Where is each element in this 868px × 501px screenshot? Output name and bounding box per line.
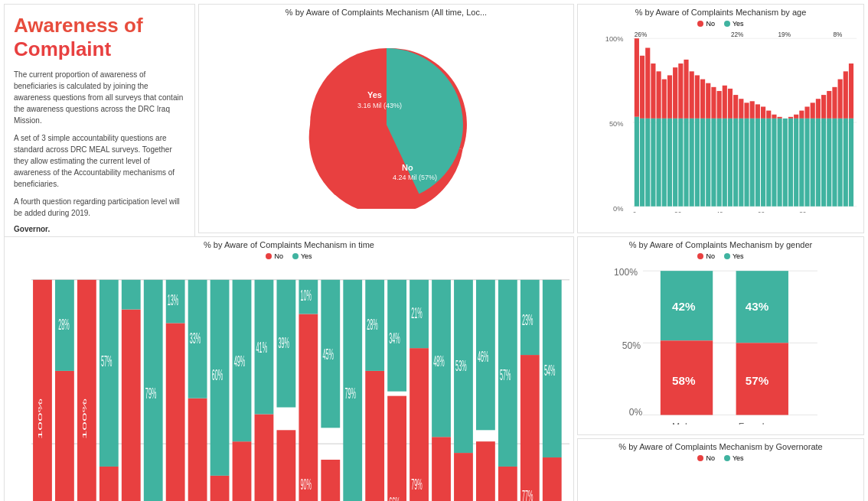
svg-text:46%: 46% [478,347,489,365]
time-chart-svg: 100% 50% 0% 100% 28% 72% [31,262,569,501]
svg-text:0%: 0% [629,407,643,418]
svg-rect-45 [728,119,733,207]
svg-text:33%: 33% [190,329,201,346]
gender-legend-yes: Yes [724,252,744,260]
svg-rect-188 [520,355,540,501]
description-paragraph-1: The current proportion of awareness of b… [14,69,185,126]
svg-rect-184 [498,467,517,501]
svg-text:43%: 43% [746,300,769,313]
svg-rect-152 [321,460,340,501]
svg-rect-24 [673,67,677,119]
svg-rect-68 [794,115,798,119]
svg-rect-73 [804,119,809,207]
title-line1: Awareness of [14,14,143,37]
svg-text:Male: Male [672,421,693,424]
svg-text:28%: 28% [58,316,70,333]
svg-rect-160 [365,371,384,501]
svg-text:45%: 45% [322,345,334,363]
time-legend-no-dot [266,253,272,259]
gender-legend-no: No [697,252,715,260]
svg-rect-87 [844,119,848,207]
svg-text:100%: 100% [614,267,638,278]
gender-legend-no-dot [697,253,703,259]
time-legend-no: No [266,252,283,260]
svg-rect-23 [667,119,672,207]
svg-rect-89 [849,119,853,207]
svg-rect-55 [755,119,760,207]
svg-text:58%: 58% [672,374,696,387]
time-chart-legend: No Yes [5,252,573,260]
svg-rect-176 [454,453,473,501]
svg-rect-10 [635,38,639,117]
svg-rect-105 [33,280,52,501]
svg-text:60%: 60% [212,366,224,383]
svg-text:No: No [402,163,413,172]
svg-rect-83 [832,119,837,207]
svg-text:79%: 79% [344,384,356,402]
gender-chart-svg: 100% 50% 0% 42% 58% Male [601,262,860,425]
svg-rect-31 [690,119,694,207]
svg-rect-44 [728,89,733,119]
svg-text:57%: 57% [500,366,511,383]
svg-text:42%: 42% [672,300,696,313]
svg-rect-18 [657,71,661,119]
svg-text:100%: 100% [38,399,44,439]
svg-rect-140 [255,414,274,501]
svg-rect-20 [662,80,667,119]
time-legend-yes-dot [292,253,299,259]
svg-text:19%: 19% [778,32,791,38]
svg-rect-77 [816,119,821,207]
svg-rect-72 [804,106,809,118]
svg-rect-107 [55,371,74,501]
svg-rect-11 [635,117,639,207]
svg-text:13%: 13% [168,291,179,308]
svg-rect-75 [811,119,815,207]
svg-rect-71 [799,119,804,207]
svg-rect-29 [684,119,688,207]
svg-rect-148 [299,314,318,501]
gov-legend-yes-label: Yes [733,454,744,462]
svg-rect-46 [733,95,738,119]
svg-text:39%: 39% [279,333,290,351]
title-line2: Complaint [14,37,111,60]
gender-legend-yes-dot [724,253,730,259]
time-chart-panel: % by Aware of Complaints Mechanism in ti… [4,236,574,501]
time-chart-title: % by Aware of Complaints Mechanism in ti… [5,237,573,252]
svg-rect-15 [645,119,650,207]
svg-text:10%: 10% [301,286,312,304]
pie-chart-title: % by Aware of Complaints Mechanism (All … [199,5,573,20]
svg-rect-14 [645,48,650,119]
svg-rect-81 [827,119,831,207]
gov-legend-no-dot [697,455,703,461]
svg-rect-60 [772,115,776,119]
pie-chart-svg: Yes 3.16 Mil (43%) No 4.24 Mil (57%) [302,41,471,209]
svg-rect-67 [788,119,793,207]
svg-rect-50 [744,102,749,119]
svg-text:66%: 66% [389,493,400,501]
svg-rect-61 [772,119,776,207]
governor-filter-label: Governor. [14,225,185,233]
svg-rect-69 [794,119,798,207]
svg-rect-25 [673,119,677,207]
svg-rect-180 [476,441,495,501]
gov-legend-no-label: No [706,454,715,462]
legend-yes-label: Yes [733,20,744,28]
svg-text:21%: 21% [411,304,423,322]
svg-text:26%: 26% [635,32,647,38]
gender-chart-panel: % by Aware of Complaints Mechanism by ge… [577,236,864,435]
svg-rect-132 [210,476,230,501]
svg-text:79%: 79% [411,475,423,493]
time-legend-yes: Yes [292,252,312,260]
svg-rect-52 [750,101,755,119]
svg-rect-38 [711,87,716,119]
gov-legend-yes-dot [724,455,730,461]
svg-rect-70 [799,111,804,119]
svg-text:3.16 Mil (43%): 3.16 Mil (43%) [357,102,402,109]
svg-text:77%: 77% [522,486,534,501]
svg-rect-35 [700,119,705,207]
svg-rect-80 [827,91,831,119]
svg-rect-79 [821,119,826,207]
svg-rect-33 [695,119,700,207]
svg-text:53%: 53% [455,356,467,374]
svg-rect-56 [761,106,765,118]
